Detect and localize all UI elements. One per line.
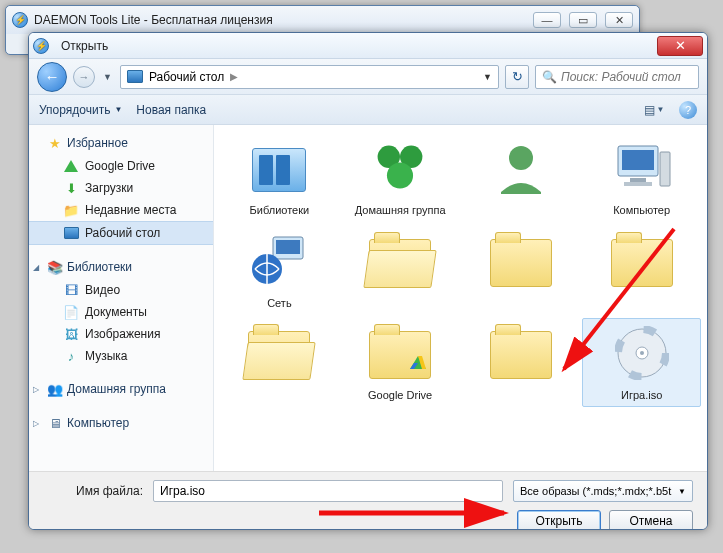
folder-open-icon: [248, 331, 310, 379]
sidebar-item-recent[interactable]: 📁Недавние места: [29, 199, 213, 221]
file-item[interactable]: Библиотеки: [220, 133, 339, 222]
computer-icon: 🖥: [47, 415, 63, 431]
file-item[interactable]: Игра.iso: [582, 318, 701, 407]
computer-icon: [612, 142, 672, 198]
search-input[interactable]: [561, 70, 692, 84]
address-bar[interactable]: Рабочий стол ▶ ▼: [120, 65, 499, 89]
sidebar-group-label: Избранное: [67, 136, 128, 150]
folder-icon: [611, 239, 673, 287]
sidebar-homegroup-header[interactable]: ▷ 👥 Домашняя группа: [29, 377, 213, 401]
sidebar-item-label: Документы: [85, 305, 147, 319]
sidebar-item-label: Google Drive: [85, 159, 155, 173]
folder-icon: [490, 331, 552, 379]
new-folder-label: Новая папка: [136, 103, 206, 117]
open-button[interactable]: Открыть: [517, 510, 601, 530]
documents-icon: 📄: [63, 304, 79, 320]
file-item[interactable]: Домашняя группа: [341, 133, 460, 222]
sidebar-computer-header[interactable]: ▷ 🖥 Компьютер: [29, 411, 213, 435]
daemon-tools-icon: [12, 12, 28, 28]
nav-history-dropdown[interactable]: ▼: [101, 72, 114, 82]
sidebar-group-label: Домашняя группа: [67, 382, 166, 396]
file-item[interactable]: [341, 226, 460, 315]
libraries-icon: [252, 148, 306, 192]
address-dropdown-icon[interactable]: ▼: [483, 72, 492, 82]
parent-titlebar[interactable]: DAEMON Tools Lite - Бесплатная лицензия …: [6, 6, 639, 34]
star-icon: ★: [47, 135, 63, 151]
file-item[interactable]: Google Drive: [341, 318, 460, 407]
sidebar-item-documents[interactable]: 📄Документы: [29, 301, 213, 323]
network-icon: [251, 235, 307, 291]
homegroup-icon: 👥: [47, 381, 63, 397]
file-item[interactable]: [462, 133, 581, 222]
svg-point-2: [387, 162, 413, 188]
file-item[interactable]: Компьютер: [582, 133, 701, 222]
organize-menu[interactable]: Упорядочить ▼: [39, 103, 122, 117]
svg-point-3: [509, 146, 533, 170]
file-item[interactable]: Сеть: [220, 226, 339, 315]
homegroup-icon: [372, 140, 428, 200]
file-item[interactable]: [220, 318, 339, 407]
disclosure-icon[interactable]: ▷: [33, 419, 43, 428]
file-label: Библиотеки: [250, 204, 310, 217]
cancel-button[interactable]: Отмена: [609, 510, 693, 530]
help-button[interactable]: ?: [679, 101, 697, 119]
address-bar-row: ← → ▼ Рабочий стол ▶ ▼ ↻ 🔍: [29, 59, 707, 95]
file-label: Игра.iso: [621, 389, 662, 402]
video-icon: 🎞: [63, 282, 79, 298]
sidebar-item-videos[interactable]: 🎞Видео: [29, 279, 213, 301]
sidebar-favorites-header[interactable]: ★ Избранное: [29, 131, 213, 155]
button-label: Отмена: [629, 514, 672, 528]
svg-rect-7: [624, 182, 652, 186]
toolbar: Упорядочить ▼ Новая папка ▤ ▼ ?: [29, 95, 707, 125]
view-options-button[interactable]: ▤ ▼: [643, 100, 665, 120]
file-type-filter[interactable]: Все образы (*.mds;*.mdx;*.b5t ▼: [513, 480, 693, 502]
filter-label: Все образы (*.mds;*.mdx;*.b5t: [520, 485, 671, 497]
maximize-button[interactable]: ▭: [569, 12, 597, 28]
search-box[interactable]: 🔍: [535, 65, 699, 89]
user-icon: [495, 142, 547, 198]
sidebar-item-downloads[interactable]: ⬇Загрузки: [29, 177, 213, 199]
sidebar-item-google-drive[interactable]: Google Drive: [29, 155, 213, 177]
organize-label: Упорядочить: [39, 103, 110, 117]
minimize-button[interactable]: —: [533, 12, 561, 28]
sidebar-item-label: Видео: [85, 283, 120, 297]
sidebar-item-label: Загрузки: [85, 181, 133, 195]
address-location: Рабочий стол: [149, 70, 224, 84]
sidebar-item-label: Рабочий стол: [85, 226, 160, 240]
filename-input[interactable]: [153, 480, 503, 502]
parent-window-title: DAEMON Tools Lite - Бесплатная лицензия: [34, 13, 533, 27]
disclosure-icon[interactable]: ◢: [33, 263, 43, 272]
downloads-icon: ⬇: [63, 180, 79, 196]
images-icon: 🖼: [63, 326, 79, 342]
sidebar-item-music[interactable]: ♪Музыка: [29, 345, 213, 367]
breadcrumb-separator-icon[interactable]: ▶: [230, 71, 238, 82]
close-button[interactable]: ✕: [605, 12, 633, 28]
sidebar-item-desktop[interactable]: Рабочий стол: [29, 221, 213, 245]
file-item[interactable]: [462, 318, 581, 407]
file-item[interactable]: [582, 226, 701, 315]
chevron-down-icon: ▼: [114, 105, 122, 114]
disclosure-icon[interactable]: ▷: [33, 385, 43, 394]
nav-back-button[interactable]: ←: [37, 62, 67, 92]
libraries-icon: 📚: [47, 259, 63, 275]
new-folder-button[interactable]: Новая папка: [136, 103, 206, 117]
dialog-titlebar[interactable]: Открыть ✕: [29, 33, 707, 59]
sidebar-group-label: Компьютер: [67, 416, 129, 430]
nav-forward-button[interactable]: →: [73, 66, 95, 88]
dialog-close-button[interactable]: ✕: [657, 36, 703, 56]
gdrive-badge-icon: [408, 354, 428, 376]
sidebar-libraries-header[interactable]: ◢ 📚 Библиотеки: [29, 255, 213, 279]
sidebar-item-images[interactable]: 🖼Изображения: [29, 323, 213, 345]
button-label: Открыть: [535, 514, 582, 528]
file-item[interactable]: [462, 226, 581, 315]
dialog-app-icon: [33, 38, 49, 54]
file-label: Сеть: [267, 297, 291, 310]
navigation-pane[interactable]: ★ Избранное Google Drive ⬇Загрузки 📁Неда…: [29, 125, 214, 471]
refresh-button[interactable]: ↻: [505, 65, 529, 89]
svg-rect-10: [276, 240, 300, 254]
folder-icon: [369, 331, 431, 379]
sidebar-group-label: Библиотеки: [67, 260, 132, 274]
svg-rect-6: [630, 178, 646, 182]
file-list-pane[interactable]: БиблиотекиДомашняя группаКомпьютерСетьGo…: [214, 125, 707, 471]
svg-point-19: [640, 351, 644, 355]
